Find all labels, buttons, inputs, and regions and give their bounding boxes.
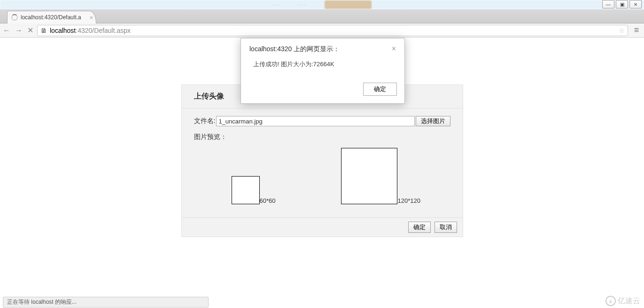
upload-panel: 上传头像 文件名: 选择图片 图片预览： 60*60 120*120 <box>181 85 463 237</box>
tab-close-button[interactable]: × <box>90 15 93 21</box>
alert-title: localhost:4320 上的网页显示： <box>249 45 340 54</box>
window-controls: — ▣ ✕ <box>602 0 642 8</box>
url-path: :4320/Default.aspx <box>76 27 131 34</box>
preview-box-120 <box>341 148 397 204</box>
panel-footer: 确定 取消 <box>182 217 463 237</box>
back-button[interactable]: ← <box>3 27 10 34</box>
preview-label: 图片预览： <box>194 133 227 141</box>
maximize-button[interactable]: ▣ <box>616 0 628 8</box>
cancel-button[interactable]: 取消 <box>435 222 457 233</box>
minimize-button[interactable]: — <box>602 0 614 8</box>
alert-close-button[interactable]: × <box>392 45 396 54</box>
preview-120: 120*120 <box>341 148 420 204</box>
forward-button[interactable]: → <box>15 27 23 34</box>
status-bar: 正在等待 localhost 的响应... <box>3 296 644 308</box>
watermark: ɕ 亿速云 <box>605 296 640 306</box>
bookmark-star-icon[interactable]: ☆ <box>619 27 625 34</box>
select-image-button[interactable]: 选择图片 <box>416 116 450 126</box>
size-label-60: 60*60 <box>260 197 276 204</box>
preview-box-60 <box>232 176 260 204</box>
watermark-icon: ɕ <box>605 296 616 306</box>
confirm-button[interactable]: 确定 <box>408 222 431 233</box>
watermark-text: 亿速云 <box>618 296 640 306</box>
browser-tab[interactable]: localhost:4320/Default.a × <box>7 11 96 23</box>
menu-button[interactable]: ≡ <box>632 25 641 35</box>
file-label: 文件名: <box>194 117 216 125</box>
nav-buttons: ← → ✕ <box>3 27 33 34</box>
tab-strip: localhost:4320/Default.a × <box>0 9 644 23</box>
preview-area: 60*60 120*120 <box>194 148 450 213</box>
stop-reload-button[interactable]: ✕ <box>27 27 33 34</box>
alert-message: 上传成功! 图片大小为:72664K <box>241 57 404 78</box>
alert-dialog: localhost:4320 上的网页显示： × 上传成功! 图片大小为:726… <box>241 38 405 104</box>
alert-ok-button[interactable]: 确定 <box>363 83 397 96</box>
preview-label-row: 图片预览： <box>194 133 450 141</box>
file-row: 文件名: 选择图片 <box>194 116 450 126</box>
browser-toolbar: ← → ✕ 🗎 localhost:4320/Default.aspx ☆ ≡ <box>0 23 644 38</box>
page-icon: 🗎 <box>40 27 47 34</box>
status-text: 正在等待 localhost 的响应... <box>3 297 209 308</box>
loading-spinner-icon <box>11 14 18 21</box>
file-name-input[interactable] <box>216 116 414 126</box>
close-window-button[interactable]: ✕ <box>629 0 642 8</box>
url-host: localhost <box>50 27 76 34</box>
background-blur: · · ·· · · <box>0 0 644 9</box>
tab-title: localhost:4320/Default.a <box>21 14 81 21</box>
address-bar[interactable]: 🗎 localhost:4320/Default.aspx ☆ <box>37 25 628 36</box>
size-label-120: 120*120 <box>397 197 420 204</box>
preview-60: 60*60 <box>232 176 276 204</box>
